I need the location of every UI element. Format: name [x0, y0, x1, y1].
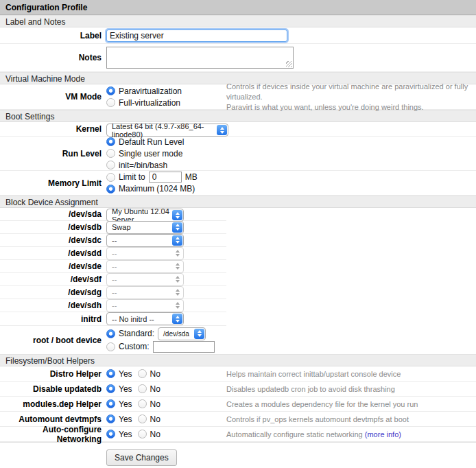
no-label: No	[150, 399, 160, 409]
device-label: /dev/sdd	[0, 248, 102, 258]
device-row-sdc: /dev/sdc --	[0, 234, 226, 247]
select-value: Swap	[112, 223, 131, 231]
footer: Save Changes	[0, 442, 476, 466]
vm-mode-help: Controls if devices inside your virtual …	[226, 82, 473, 113]
helper-label: modules.dep Helper	[0, 399, 102, 409]
notes-textarea[interactable]	[106, 47, 294, 69]
notes-row: Notes	[0, 44, 476, 72]
select-arrows-icon	[172, 261, 182, 272]
helper-row-modules-dep: modules.dep Helper Yes No Creates a modu…	[0, 397, 476, 412]
device-sde-select: --	[106, 260, 184, 273]
initrd-select[interactable]: -- No initrd --	[106, 312, 184, 325]
memory-limit-label: Memory Limit	[0, 178, 102, 188]
no-label: No	[150, 414, 160, 424]
select-value: --	[112, 288, 117, 296]
radio-label: Default Run Level	[119, 137, 184, 147]
radio-unselected-icon[interactable]	[106, 342, 115, 351]
select-value: --	[112, 249, 117, 257]
more-info-link[interactable]: (more info)	[365, 430, 401, 438]
radio-full-virtualization[interactable]: Full-virtualization	[106, 97, 182, 108]
run-level-label: Run Level	[0, 149, 102, 159]
no-label: No	[150, 369, 160, 379]
select-arrows-icon	[172, 314, 182, 324]
select-value: /dev/sda	[163, 330, 189, 338]
radio-selected-icon[interactable]	[106, 137, 115, 146]
device-label: /dev/sdg	[0, 288, 102, 297]
helper-help: Controls if pv_ops kernels automount dev…	[226, 414, 473, 424]
radio-label: Paravirtualization	[119, 86, 182, 96]
radio-yes-icon[interactable]	[106, 399, 115, 408]
helper-label: Auto-configure Networking	[0, 425, 102, 444]
select-arrows-icon	[172, 274, 182, 285]
radio-single-user-mode[interactable]: Single user mode	[106, 148, 184, 159]
radio-label: Maximum (1024 MB)	[119, 184, 195, 194]
helper-label: Disable updatedb	[0, 384, 102, 394]
device-sda-select[interactable]: My Ubuntu 12.04 Server	[106, 209, 184, 222]
device-row-sdd: /dev/sdd --	[0, 247, 226, 260]
radio-yes-icon[interactable]	[106, 430, 115, 438]
radio-maximum[interactable]: Maximum (1024 MB)	[106, 183, 198, 194]
radio-no-icon[interactable]	[138, 384, 147, 393]
limit-to-label: Limit to	[119, 172, 145, 182]
helper-label: Distro Helper	[0, 369, 102, 379]
radio-custom[interactable]: Custom:	[106, 341, 215, 352]
radio-no-icon[interactable]	[138, 414, 147, 423]
no-label: No	[150, 430, 160, 439]
radio-unselected-icon[interactable]	[106, 173, 115, 182]
select-arrows-icon	[172, 288, 182, 298]
notes-field-label: Notes	[0, 53, 102, 62]
helper-row-updatedb: Disable updatedb Yes No Disables updated…	[0, 382, 476, 397]
select-value: --	[112, 275, 117, 283]
section-filesystem-boot-helpers: Filesystem/Boot Helpers	[0, 354, 476, 366]
select-arrows-icon	[172, 222, 182, 233]
radio-unselected-icon[interactable]	[106, 161, 115, 169]
radio-no-icon[interactable]	[138, 430, 147, 438]
memory-limit-input[interactable]	[149, 172, 182, 183]
helper-help: Disables updatedb cron job to avoid disk…	[226, 384, 473, 394]
device-sdb-select[interactable]: Swap	[106, 221, 184, 234]
radio-default-run-level[interactable]: Default Run Level	[106, 137, 184, 148]
initrd-row: initrd -- No initrd --	[0, 312, 226, 326]
resize-grip-icon[interactable]	[286, 61, 292, 67]
kernel-select[interactable]: Latest 64 bit (4.9.7-x86_64-linode80)	[106, 124, 228, 137]
radio-limit-to[interactable]: Limit to MB	[106, 172, 198, 183]
radio-selected-icon[interactable]	[106, 185, 115, 194]
radio-unselected-icon[interactable]	[106, 98, 115, 107]
radio-yes-icon[interactable]	[106, 414, 115, 423]
device-sdc-select[interactable]: --	[106, 234, 184, 247]
radio-selected-icon[interactable]	[106, 329, 115, 338]
save-changes-button[interactable]: Save Changes	[106, 449, 177, 466]
helper-help: Creates a modules dependency file for th…	[226, 399, 473, 409]
radio-init-bin-bash[interactable]: init=/bin/bash	[106, 160, 184, 171]
radio-yes-icon[interactable]	[106, 384, 115, 393]
label-field-label: Label	[0, 31, 102, 40]
custom-device-input[interactable]	[153, 341, 215, 353]
select-value: --	[112, 262, 117, 270]
label-row: Label	[0, 27, 476, 44]
device-sdd-select: --	[106, 247, 184, 260]
section-block-device-assignment: Block Device Assignment	[0, 196, 476, 208]
select-arrows-icon	[217, 125, 227, 135]
helper-label: Automount devtmpfs	[0, 414, 102, 424]
root-boot-device-label: root / boot device	[0, 336, 102, 345]
radio-standard[interactable]: Standard: /dev/sda	[106, 328, 215, 339]
yes-label: Yes	[119, 369, 132, 379]
select-arrows-icon	[172, 235, 182, 246]
device-label: /dev/sdf	[0, 274, 102, 284]
radio-no-icon[interactable]	[138, 369, 147, 378]
label-input[interactable]	[106, 30, 287, 42]
yes-label: Yes	[119, 430, 132, 439]
radio-no-icon[interactable]	[138, 399, 147, 408]
radio-label: init=/bin/bash	[119, 161, 167, 170]
device-row-sdh: /dev/sdh --	[0, 299, 226, 312]
device-sdh-select: --	[106, 299, 184, 312]
radio-selected-icon[interactable]	[106, 86, 115, 95]
section-label-and-notes: Label and Notes	[0, 15, 476, 27]
yes-label: Yes	[119, 384, 132, 394]
radio-unselected-icon[interactable]	[106, 149, 115, 158]
device-row-sda: /dev/sda My Ubuntu 12.04 Server	[0, 208, 226, 221]
standard-device-select[interactable]: /dev/sda	[158, 327, 206, 340]
device-sdg-select: --	[106, 286, 184, 299]
radio-yes-icon[interactable]	[106, 369, 115, 378]
radio-paravirtualization[interactable]: Paravirtualization	[106, 86, 182, 97]
